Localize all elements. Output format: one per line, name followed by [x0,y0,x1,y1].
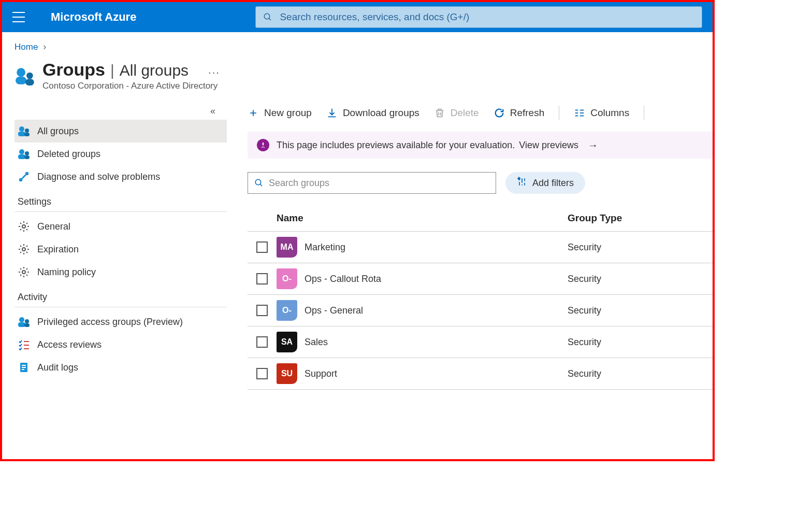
sidebar-item-audit-logs[interactable]: Audit logs [15,356,227,379]
svg-point-8 [25,129,29,133]
group-avatar: SU [277,363,297,384]
sidebar-item-label: Privileged access groups (Preview) [37,317,183,328]
svg-rect-22 [24,323,30,327]
plus-icon: + [248,107,259,119]
sidebar: « All groups Deleted groups Diagnose and… [15,106,227,459]
group-avatar: SA [277,332,297,352]
page-title-secondary: All groups [120,62,189,79]
row-checkbox[interactable] [256,305,268,316]
sidebar-item-label: Audit logs [37,362,78,373]
row-checkbox[interactable] [256,336,268,348]
groups-icon [15,65,36,87]
new-group-button[interactable]: + New group [248,107,312,119]
column-type[interactable]: Group Type [568,212,713,224]
group-name: Marketing [304,242,345,253]
group-type: Security [568,274,713,285]
tools-icon [18,170,30,183]
svg-rect-9 [24,133,30,136]
group-avatar: MA [277,237,297,258]
columns-button[interactable]: Columns [574,107,629,119]
sidebar-item-all-groups[interactable]: All groups [15,120,227,143]
sidebar-item-naming-policy[interactable]: Naming policy [15,261,227,283]
people-icon [18,148,30,160]
hamburger-menu-icon[interactable] [12,12,25,22]
brand-label: Microsoft Azure [51,10,136,24]
sidebar-item-label: Access reviews [37,339,102,350]
columns-icon [574,107,585,119]
add-filters-button[interactable]: + Add filters [505,172,585,194]
svg-point-6 [19,126,24,132]
sidebar-item-diagnose[interactable]: Diagnose and solve problems [15,165,227,188]
sidebar-item-label: Diagnose and solve problems [37,172,160,182]
search-icon [254,178,264,188]
svg-rect-5 [25,79,34,86]
arrow-right-icon[interactable]: → [588,139,598,151]
main-content: + New group Download groups Delete Refre… [227,106,713,459]
preview-banner: This page includes previews available fo… [248,132,713,159]
sidebar-item-label: All groups [37,126,79,137]
banner-text: This page includes previews available fo… [277,140,515,151]
people-icon [18,316,30,328]
sidebar-item-general[interactable]: General [15,215,227,238]
group-type: Security [568,337,713,348]
svg-text:+: + [518,177,520,181]
refresh-button[interactable]: Refresh [494,107,545,119]
table-row[interactable]: O-Ops - GeneralSecurity [248,294,713,326]
toolbar: + New group Download groups Delete Refre… [248,106,713,120]
svg-point-15 [26,173,28,175]
row-checkbox[interactable] [256,368,268,379]
download-groups-button[interactable]: Download groups [326,107,419,119]
sidebar-item-deleted-groups[interactable]: Deleted groups [15,143,227,165]
filter-row: Search groups + Add filters [248,172,713,194]
svg-rect-28 [22,367,26,368]
svg-rect-3 [16,77,26,84]
group-name: Ops - General [304,305,363,316]
groups-table: Name Group Type MAMarketingSecurityO-Ops… [248,205,713,390]
search-groups-input[interactable]: Search groups [248,172,496,194]
svg-point-17 [22,248,25,251]
view-previews-link[interactable]: View previews [519,140,578,151]
table-row[interactable]: SASalesSecurity [248,326,713,358]
svg-point-19 [19,317,24,322]
sidebar-item-expiration[interactable]: Expiration [15,238,227,261]
group-avatar: O- [277,300,297,321]
column-name[interactable]: Name [277,212,568,224]
sidebar-item-label: Deleted groups [37,149,100,160]
collapse-sidebar-button[interactable]: « [15,106,227,117]
table-row[interactable]: SUSupportSecurity [248,358,713,390]
group-type: Security [568,305,713,316]
group-name: Ops - Callout Rota [304,274,381,285]
svg-point-12 [25,151,29,155]
filter-icon: + [517,177,527,190]
svg-point-18 [22,271,25,274]
svg-point-36 [255,179,261,185]
svg-point-16 [22,225,25,228]
group-avatar: O- [277,268,297,289]
svg-rect-20 [18,322,25,327]
rocket-icon [257,139,269,151]
checklist-icon [18,338,30,351]
row-checkbox[interactable] [256,273,268,285]
svg-line-1 [269,18,271,20]
sidebar-item-label: Expiration [37,244,79,255]
breadcrumb-home[interactable]: Home [15,42,38,52]
table-row[interactable]: O-Ops - Callout RotaSecurity [248,263,713,294]
sidebar-item-access-reviews[interactable]: Access reviews [15,333,227,356]
separator [559,106,559,120]
sidebar-item-privileged-access[interactable]: Privileged access groups (Preview) [15,310,227,333]
global-search-input[interactable]: Search resources, services, and docs (G+… [255,6,702,28]
group-type: Security [568,368,713,379]
log-icon [18,361,30,374]
more-button[interactable]: ··· [208,66,220,78]
table-row[interactable]: MAMarketingSecurity [248,231,713,263]
svg-line-37 [260,184,262,186]
page-title-main: Groups [42,60,105,80]
page-title-row: Groups | All groups ··· Contoso Corporat… [15,60,713,91]
table-header: Name Group Type [248,205,713,231]
topbar: Microsoft Azure Search resources, servic… [2,2,713,32]
row-checkbox[interactable] [256,241,268,253]
global-search-placeholder: Search resources, services, and docs (G+… [280,11,469,23]
svg-rect-11 [18,154,25,159]
page-subtitle: Contoso Corporation - Azure Active Direc… [42,81,220,91]
svg-rect-7 [18,132,25,136]
